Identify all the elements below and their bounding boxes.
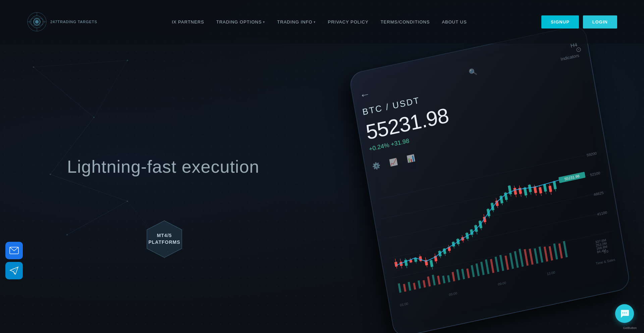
svg-rect-94 xyxy=(553,181,557,189)
nav-label-privacy-policy: PRIVACY POLICY xyxy=(328,19,368,24)
svg-rect-80 xyxy=(518,187,522,194)
svg-rect-104 xyxy=(432,275,435,286)
svg-rect-102 xyxy=(423,280,426,288)
phone-mockup-container: ← 🔍 ⊙ BTC / USDT H4 Indicators 55231.98 … xyxy=(352,27,644,322)
svg-rect-122 xyxy=(519,249,524,267)
svg-line-20 xyxy=(392,231,613,278)
svg-text:52100: 52100 xyxy=(590,171,600,177)
nav-item-privacy-policy[interactable]: PRIVACY POLICY xyxy=(328,19,368,24)
svg-rect-116 xyxy=(490,259,494,273)
chart-content: ← 🔍 ⊙ BTC / USDT H4 Indicators 55231.98 … xyxy=(349,24,631,333)
svg-rect-119 xyxy=(504,256,509,270)
badge-line2: PLATFORMS xyxy=(148,239,180,246)
fab-chat-button[interactable] xyxy=(615,304,634,323)
svg-rect-88 xyxy=(539,187,542,193)
mail-icon xyxy=(9,247,19,254)
svg-rect-126 xyxy=(539,246,543,263)
getchat-label: GetButton xyxy=(623,326,637,330)
nav-label-about-us: ABOUT US xyxy=(442,19,467,24)
nav-label-trading-options: TRADING OPTIONS xyxy=(216,19,262,24)
svg-rect-84 xyxy=(528,184,532,192)
svg-rect-98 xyxy=(403,284,407,292)
svg-rect-130 xyxy=(558,243,563,259)
svg-rect-78 xyxy=(513,188,517,195)
svg-line-18 xyxy=(385,191,606,239)
svg-rect-106 xyxy=(442,276,445,284)
svg-rect-118 xyxy=(499,255,504,271)
svg-rect-115 xyxy=(485,259,489,274)
svg-rect-64 xyxy=(483,217,487,222)
nav-item-trading-options[interactable]: TRADING OPTIONS ▾ xyxy=(216,19,265,24)
svg-rect-107 xyxy=(447,275,450,282)
svg-rect-117 xyxy=(495,257,499,272)
svg-rect-99 xyxy=(408,282,411,291)
svg-rect-108 xyxy=(451,272,455,281)
auth-buttons: SIGNUP LOGIN xyxy=(541,15,617,29)
phone-body: ← 🔍 ⊙ BTC / USDT H4 Indicators 55231.98 … xyxy=(348,24,631,333)
hero-section: Lightning-fast execution ← 🔍 ⊙ BTC / USD… xyxy=(0,0,644,333)
site-header: 247TRADING TARGETS IX PARTNERS TRADING O… xyxy=(0,0,644,44)
fab-mail-button[interactable] xyxy=(5,242,23,259)
chevron-down-icon: ▾ xyxy=(263,20,265,24)
svg-rect-100 xyxy=(413,283,416,290)
svg-point-150 xyxy=(623,313,624,314)
nav-label-terms: TERMS/CONDITIONS xyxy=(381,19,430,24)
svg-line-19 xyxy=(388,211,610,259)
svg-rect-129 xyxy=(553,243,558,260)
nav-item-terms[interactable]: TERMS/CONDITIONS xyxy=(381,19,430,24)
svg-text:41100: 41100 xyxy=(597,210,607,216)
svg-rect-125 xyxy=(534,248,538,264)
nav-item-trading-info[interactable]: TRADING INFO ▾ xyxy=(277,19,316,24)
svg-rect-92 xyxy=(548,186,552,192)
badge-line1: MT4/5 xyxy=(148,232,180,239)
main-nav: IX PARTNERS TRADING OPTIONS ▾ TRADING IN… xyxy=(172,19,467,24)
nav-item-ix-partners[interactable]: IX PARTNERS xyxy=(172,19,204,24)
svg-text:0.0: 0.0 xyxy=(603,249,609,254)
svg-rect-109 xyxy=(456,269,460,280)
svg-rect-105 xyxy=(437,276,440,285)
svg-rect-30 xyxy=(404,260,408,266)
mt45-badge: MT4/5 PLATFORMS xyxy=(144,219,184,259)
badge-text: MT4/5 PLATFORMS xyxy=(148,232,180,245)
svg-rect-128 xyxy=(549,246,553,261)
svg-point-142 xyxy=(35,20,39,23)
logo-area[interactable]: 247TRADING TARGETS xyxy=(27,12,97,32)
svg-rect-112 xyxy=(471,265,475,277)
hero-headline: Lightning-fast execution xyxy=(67,156,259,177)
fab-telegram-button[interactable] xyxy=(5,262,23,279)
logo-icon xyxy=(27,12,47,32)
svg-point-151 xyxy=(624,313,625,314)
telegram-icon xyxy=(9,266,19,275)
svg-rect-97 xyxy=(398,283,401,293)
svg-rect-110 xyxy=(461,269,465,279)
svg-rect-131 xyxy=(563,241,568,258)
login-button[interactable]: LOGIN xyxy=(583,15,617,29)
svg-rect-111 xyxy=(466,268,470,278)
svg-rect-113 xyxy=(476,263,480,276)
signup-button[interactable]: SIGNUP xyxy=(541,15,579,29)
svg-text:46625: 46625 xyxy=(593,190,604,197)
svg-rect-103 xyxy=(427,276,431,287)
svg-rect-121 xyxy=(514,251,519,268)
svg-rect-36 xyxy=(419,256,422,261)
svg-rect-90 xyxy=(543,184,547,192)
svg-rect-124 xyxy=(529,248,533,265)
nav-item-about-us[interactable]: ABOUT US xyxy=(442,19,467,24)
chat-icon xyxy=(620,309,630,319)
svg-rect-114 xyxy=(480,262,485,275)
time-sales-label: Time & Sales xyxy=(595,258,615,265)
hero-text-area: Lightning-fast execution xyxy=(67,156,259,177)
svg-rect-120 xyxy=(509,253,514,269)
nav-label-ix-partners: IX PARTNERS xyxy=(172,19,204,24)
svg-rect-40 xyxy=(430,260,433,267)
logo-text: 247TRADING TARGETS xyxy=(50,19,97,24)
svg-rect-26 xyxy=(394,262,398,267)
nav-label-trading-info: TRADING INFO xyxy=(277,19,312,24)
svg-rect-127 xyxy=(544,246,548,262)
svg-text:59200: 59200 xyxy=(586,151,597,157)
svg-rect-123 xyxy=(524,249,528,266)
svg-point-152 xyxy=(626,313,627,314)
chevron-down-icon-2: ▾ xyxy=(314,20,316,24)
svg-rect-101 xyxy=(418,280,421,289)
